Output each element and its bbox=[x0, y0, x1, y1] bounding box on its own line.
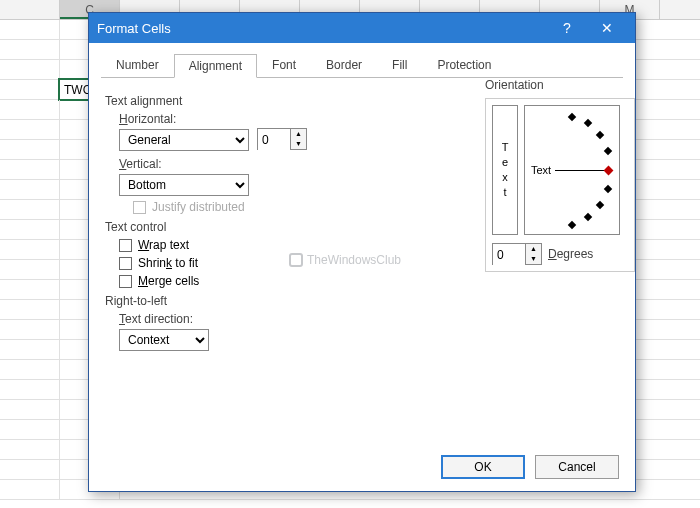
vertical-label: Vertical: bbox=[119, 157, 162, 171]
cancel-button[interactable]: Cancel bbox=[535, 455, 619, 479]
close-button[interactable]: ✕ bbox=[587, 20, 627, 36]
watermark: TheWindowsClub bbox=[289, 253, 401, 267]
indent-spinner[interactable]: ▲▼ bbox=[257, 128, 307, 150]
degrees-label: Degrees bbox=[548, 247, 593, 261]
help-button[interactable]: ? bbox=[547, 20, 587, 36]
watermark-icon bbox=[289, 253, 303, 267]
tab-border[interactable]: Border bbox=[311, 53, 377, 77]
text-direction-select[interactable]: Context bbox=[119, 329, 209, 351]
vertical-text-button[interactable]: Text bbox=[492, 105, 518, 235]
text-direction-label: Text direction: bbox=[119, 312, 193, 326]
wrap-text-check[interactable]: Wrap text bbox=[119, 238, 425, 252]
tab-alignment[interactable]: Alignment bbox=[174, 54, 257, 78]
justify-distributed-check: Justify distributed bbox=[133, 200, 425, 214]
titlebar[interactable]: Format Cells ? ✕ bbox=[89, 13, 635, 43]
degrees-spinner[interactable]: ▲▼ bbox=[492, 243, 542, 265]
horizontal-select[interactable]: General bbox=[119, 129, 249, 151]
deg-down[interactable]: ▼ bbox=[526, 254, 541, 264]
tab-protection[interactable]: Protection bbox=[422, 53, 506, 77]
col-header-blank bbox=[0, 0, 60, 19]
dialog-title: Format Cells bbox=[97, 21, 547, 36]
tab-font[interactable]: Font bbox=[257, 53, 311, 77]
tabs: Number Alignment Font Border Fill Protec… bbox=[89, 43, 635, 77]
ok-button[interactable]: OK bbox=[441, 455, 525, 479]
tab-fill[interactable]: Fill bbox=[377, 53, 422, 77]
orientation-group: Orientation Text Text bbox=[485, 78, 635, 272]
indent-down[interactable]: ▼ bbox=[291, 139, 306, 149]
rtl-group: Right-to-left bbox=[105, 294, 425, 308]
text-control-group: Text control bbox=[105, 220, 425, 234]
orientation-dial[interactable]: Text bbox=[524, 105, 620, 235]
deg-up[interactable]: ▲ bbox=[526, 244, 541, 254]
indent-input[interactable] bbox=[258, 129, 290, 151]
degrees-input[interactable] bbox=[493, 244, 525, 266]
indent-up[interactable]: ▲ bbox=[291, 129, 306, 139]
text-alignment-group: Text alignment bbox=[105, 94, 425, 108]
format-cells-dialog: Format Cells ? ✕ Number Alignment Font B… bbox=[88, 12, 636, 492]
vertical-select[interactable]: Bottom bbox=[119, 174, 249, 196]
horizontal-label: HHorizontal:orizontal: bbox=[119, 112, 176, 126]
tab-number[interactable]: Number bbox=[101, 53, 174, 77]
merge-cells-check[interactable]: Merge cells bbox=[119, 274, 425, 288]
